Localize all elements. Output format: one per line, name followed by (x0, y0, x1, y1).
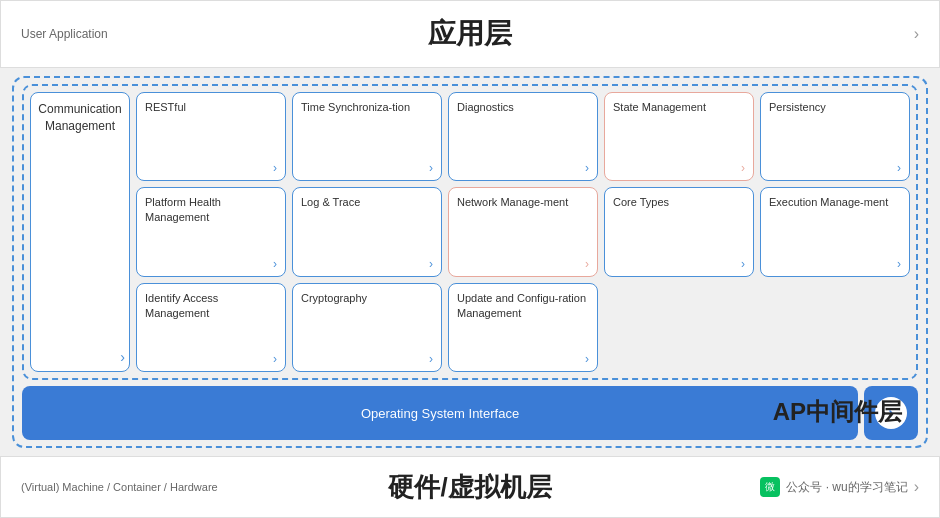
hardware-layer: (Virtual) Machine / Container / Hardware… (0, 456, 940, 518)
box-execution-mgmt-arrow: › (769, 257, 901, 271)
box-time-sync[interactable]: Time Synchroniza-tion › (292, 92, 442, 181)
page: User Application 应用层 › Communication Man… (0, 0, 940, 518)
app-layer-arrow: › (914, 25, 919, 43)
box-persistency[interactable]: Persistency › (760, 92, 910, 181)
boxes-grid: RESTful › Time Synchroniza-tion › Diagno… (136, 92, 910, 372)
box-platform-health[interactable]: Platform Health Management › (136, 187, 286, 276)
middleware-section: Communication Management › RESTful › Tim… (0, 68, 940, 456)
box-platform-health-arrow: › (145, 257, 277, 271)
empty-box-1 (604, 283, 754, 372)
watermark-text: 公众号 · wu的学习笔记 (786, 479, 907, 496)
box-update-config-title: Update and Configu-ration Management (457, 291, 589, 321)
box-log-trace[interactable]: Log & Trace › (292, 187, 442, 276)
comm-mgmt-box[interactable]: Communication Management › (30, 92, 130, 372)
app-layer: User Application 应用层 › (0, 0, 940, 68)
middleware-border: Communication Management › RESTful › Tim… (12, 76, 928, 448)
box-execution-mgmt[interactable]: Execution Manage-ment › (760, 187, 910, 276)
empty-box-2 (760, 283, 910, 372)
watermark: 微 公众号 · wu的学习笔记 › (760, 477, 919, 497)
box-cryptography-arrow: › (301, 352, 433, 366)
box-platform-health-title: Platform Health Management (145, 195, 277, 225)
box-log-trace-title: Log & Trace (301, 195, 433, 210)
os-interface-bar[interactable]: Operating System Interface (22, 386, 858, 440)
box-core-types-title: Core Types (613, 195, 745, 210)
comm-mgmt-title: Communication Management (35, 101, 125, 135)
box-state-mgmt-arrow: › (613, 161, 745, 175)
box-log-trace-arrow: › (301, 257, 433, 271)
comm-mgmt-arrow: › (120, 349, 125, 365)
box-time-sync-title: Time Synchroniza-tion (301, 100, 433, 115)
box-restful-title: RESTful (145, 100, 277, 115)
box-update-config-arrow: › (457, 352, 589, 366)
hardware-arrow: › (914, 478, 919, 496)
inner-border: Communication Management › RESTful › Tim… (22, 84, 918, 380)
box-time-sync-arrow: › (301, 161, 433, 175)
wechat-icon: 微 (760, 477, 780, 497)
box-diagnostics-title: Diagnostics (457, 100, 589, 115)
box-cryptography[interactable]: Cryptography › (292, 283, 442, 372)
box-persistency-title: Persistency (769, 100, 901, 115)
box-state-mgmt-title: State Management (613, 100, 745, 115)
box-cryptography-title: Cryptography (301, 291, 433, 306)
app-layer-subtitle: User Application (21, 27, 108, 41)
hardware-layer-subtitle: (Virtual) Machine / Container / Hardware (21, 481, 218, 493)
hardware-layer-title: 硬件/虚拟机层 (388, 470, 551, 505)
box-identify-access[interactable]: Identify Access Management › (136, 283, 286, 372)
box-network-mgmt-arrow: › (457, 257, 589, 271)
box-network-mgmt-title: Network Manage-ment (457, 195, 589, 210)
box-restful-arrow: › (145, 161, 277, 175)
app-layer-title: 应用层 (428, 15, 512, 53)
box-diagnostics-arrow: › (457, 161, 589, 175)
box-network-mgmt[interactable]: Network Manage-ment › (448, 187, 598, 276)
box-identify-access-arrow: › (145, 352, 277, 366)
box-diagnostics[interactable]: Diagnostics › (448, 92, 598, 181)
box-execution-mgmt-title: Execution Manage-ment (769, 195, 901, 210)
os-interface-label: Operating System Interface (361, 406, 519, 421)
ap-middleware-label: AP中间件层 (773, 396, 902, 428)
box-core-types[interactable]: Core Types › (604, 187, 754, 276)
box-identify-access-title: Identify Access Management (145, 291, 277, 321)
box-persistency-arrow: › (769, 161, 901, 175)
box-restful[interactable]: RESTful › (136, 92, 286, 181)
box-core-types-arrow: › (613, 257, 745, 271)
box-update-config[interactable]: Update and Configu-ration Management › (448, 283, 598, 372)
box-state-mgmt[interactable]: State Management › (604, 92, 754, 181)
